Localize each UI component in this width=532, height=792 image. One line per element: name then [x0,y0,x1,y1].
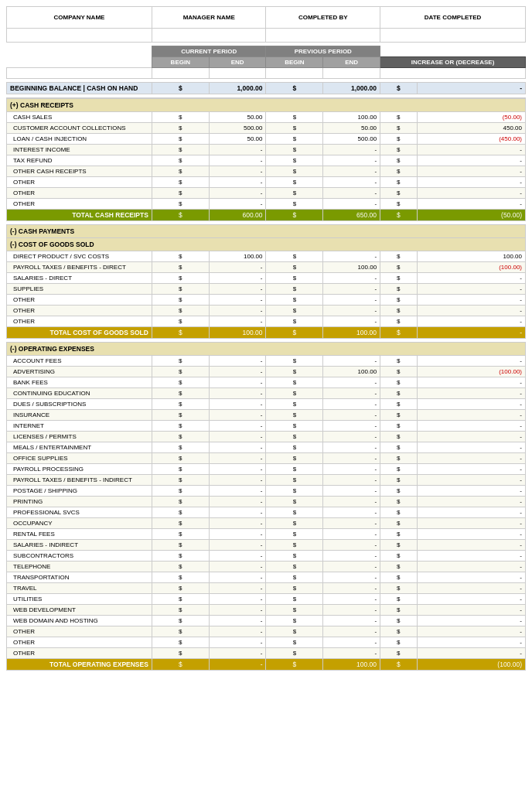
opex-row-12: POSTAGE / SHIPPING $ - $ - $ - [7,486,526,497]
opex-row-24: WEB DOMAIN AND HOSTING $ - $ - $ - [7,616,526,626]
beginning-balance-label: BEGINNING BALANCE | CASH ON HAND [7,83,152,94]
cash-payments-label: (-) CASH PAYMENTS [7,225,526,238]
bb-cur-end-val: 1,000.00 [209,83,266,94]
opex-row-1: ADVERTISING $ - $ 100.00 $ (100.00) [7,367,526,377]
opex-row-19: TELEPHONE $ - $ - $ - [7,562,526,572]
cogs-row-0: DIRECT PRODUCT / SVC COSTS $ 100.00 $ - … [7,251,526,262]
company-input-row [7,29,526,43]
cash-receipts-row-7: OTHER $ - $ - $ - [7,188,526,199]
prev-begin-label: BEGIN [266,57,323,68]
opex-row-23: WEB DEVELOPMENT $ - $ - $ - [7,605,526,616]
prev-end-label: END [323,57,380,68]
main-table: COMPANY NAME MANAGER NAME COMPLETED BY D… [6,6,526,671]
previous-period-label: PREVIOUS PERIOD [266,46,380,57]
period-group-header: CURRENT PERIOD PREVIOUS PERIOD [7,46,526,57]
opex-row-4: DUES / SUBSCRIPTIONS $ - $ - $ - [7,399,526,410]
opex-row-18: SUBCONTRACTORS $ - $ - $ - [7,551,526,562]
cogs-row-6: OTHER $ - $ - $ - [7,316,526,327]
bb-increase-val: - [417,83,526,94]
opex-row-16: RENTAL FEES $ - $ - $ - [7,529,526,540]
cash-receipts-row-6: OTHER $ - $ - $ - [7,177,526,188]
total-cogs-label: TOTAL COST OF GOODS SOLD [7,327,152,339]
period-sub-header-row: BEGIN END BEGIN END INCREASE or (DECREAS… [7,57,526,68]
opex-row-22: UTILITIES $ - $ - $ - [7,594,526,605]
cash-payments-header: (-) CASH PAYMENTS [7,225,526,238]
opex-row-10: PAYROLL PROCESSING $ - $ - $ - [7,464,526,475]
opex-row-27: OTHER $ - $ - $ - [7,648,526,659]
increase-label: INCREASE or (DECREASE) [380,57,526,68]
opex-row-15: OCCUPANCY $ - $ - $ - [7,518,526,529]
opex-row-21: TRAVEL $ - $ - $ - [7,583,526,594]
opex-row-26: OTHER $ - $ - $ - [7,637,526,648]
opex-row-8: MEALS / ENTERTAINMENT $ - $ - $ - [7,442,526,453]
cash-receipts-row-8: OTHER $ - $ - $ - [7,199,526,210]
cash-receipts-row-0: CASH SALES $ 50.00 $ 100.00 $ (50.00) [7,112,526,123]
opex-row-9: OFFICE SUPPLIES $ - $ - $ - [7,453,526,464]
manager-name-header: MANAGER NAME [152,7,266,29]
completed-by-header: COMPLETED BY [266,7,380,29]
spreadsheet-container: COMPANY NAME MANAGER NAME COMPLETED BY D… [0,0,532,677]
opex-label: (-) OPERATING EXPENSES [7,343,526,356]
opex-row-11: PAYROLL TAXES / BENEFITS - INDIRECT $ - … [7,475,526,486]
opex-row-5: INSURANCE $ - $ - $ - [7,410,526,421]
total-opex-row: TOTAL OPERATING EXPENSES $ - $ 100.00 $ … [7,659,526,671]
cash-receipts-header: (+) CASH RECEIPTS [7,98,526,112]
opex-row-13: PRINTING $ - $ - $ - [7,497,526,507]
beginning-balance-row: BEGINNING BALANCE | CASH ON HAND $ 1,000… [7,83,526,94]
cur-begin-label: BEGIN [152,57,209,68]
company-header-row: COMPANY NAME MANAGER NAME COMPLETED BY D… [7,7,526,29]
cr-label-0: CASH SALES [7,112,152,123]
total-cash-receipts-label: TOTAL CASH RECEIPTS [7,210,152,221]
opex-row-14: PROFESSIONAL SVCS $ - $ - $ - [7,507,526,518]
total-cash-receipts-row: TOTAL CASH RECEIPTS $ 600.00 $ 650.00 $ … [7,210,526,221]
period-input-row [7,68,526,79]
bb-cur-beg-dollar: $ [152,83,209,94]
opex-row-17: SALARIES - INDIRECT $ - $ - $ - [7,540,526,551]
date-completed-header: DATE COMPLETED [380,7,526,29]
cogs-header: (-) COST OF GOODS SOLD [7,238,526,251]
bb-prev-beg-dollar: $ [266,83,323,94]
opex-row-0: ACCOUNT FEES $ - $ - $ - [7,356,526,367]
company-name-header: COMPANY NAME [7,7,152,29]
total-opex-label: TOTAL OPERATING EXPENSES [7,659,152,671]
cash-receipts-row-5: OTHER CASH RECEIPTS $ - $ - $ - [7,166,526,177]
current-period-label: CURRENT PERIOD [152,46,266,57]
cogs-row-3: SUPPLIES $ - $ - $ - [7,284,526,295]
cash-receipts-row-2: LOAN / CASH INJECTION $ 50.00 $ 500.00 $… [7,134,526,145]
cash-receipts-row-3: INTEREST INCOME $ - $ - $ - [7,145,526,155]
cash-receipts-row-4: TAX REFUND $ - $ - $ - [7,155,526,166]
opex-row-25: OTHER $ - $ - $ - [7,626,526,637]
opex-row-6: INTERNET $ - $ - $ - [7,421,526,432]
bb-prev-end-val: 1,000.00 [323,83,380,94]
opex-row-3: CONTINUING EDUCATION $ - $ - $ - [7,388,526,399]
opex-header: (-) OPERATING EXPENSES [7,343,526,356]
bb-increase-dollar: $ [380,83,417,94]
cash-receipts-label: (+) CASH RECEIPTS [7,98,526,112]
cogs-label: (-) COST OF GOODS SOLD [7,238,526,251]
cash-receipts-row-1: CUSTOMER ACCOUNT COLLECTIONS $ 500.00 $ … [7,123,526,134]
opex-row-20: TRANSPORTATION $ - $ - $ - [7,572,526,583]
cogs-row-5: OTHER $ - $ - $ - [7,306,526,316]
cogs-row-1: PAYROLL TAXES / BENEFITS - DIRECT $ - $ … [7,262,526,273]
opex-row-7: LICENSES / PERMITS $ - $ - $ - [7,432,526,442]
total-cogs-row: TOTAL COST OF GOODS SOLD $ 100.00 $ 100.… [7,327,526,339]
opex-row-2: BANK FEES $ - $ - $ - [7,377,526,388]
cogs-row-4: OTHER $ - $ - $ - [7,295,526,306]
cogs-row-2: SALARIES - DIRECT $ - $ - $ - [7,273,526,284]
cur-end-label: END [209,57,266,68]
